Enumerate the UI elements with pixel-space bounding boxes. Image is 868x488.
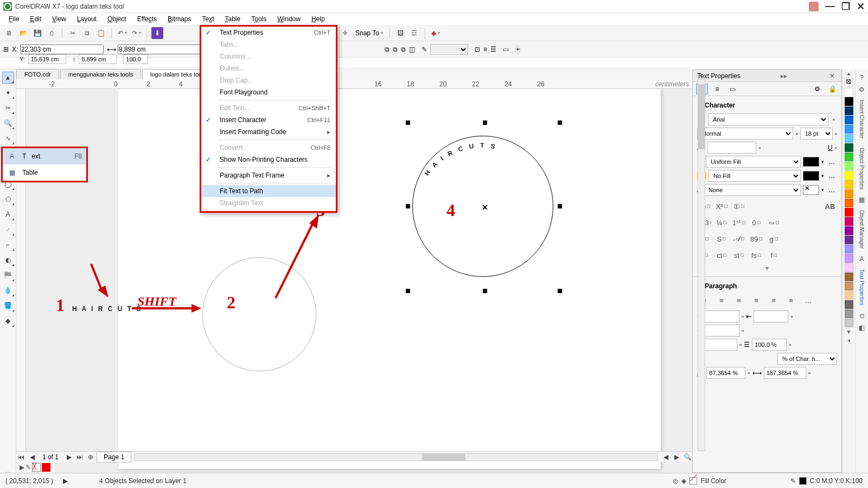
fill-type-select[interactable]: Uniform Fill bbox=[706, 156, 801, 168]
transparency-icon[interactable]: 🏁 bbox=[2, 269, 14, 281]
color-swatch[interactable] bbox=[845, 116, 853, 124]
palette-down-icon[interactable]: ▼ bbox=[845, 328, 853, 336]
size-select[interactable]: 18 pt bbox=[800, 128, 833, 140]
user-badge-icon[interactable] bbox=[809, 2, 819, 11]
menu-file[interactable]: File bbox=[3, 14, 24, 24]
page-tab-1[interactable]: Page 1 bbox=[97, 452, 131, 462]
color-swatch[interactable] bbox=[845, 189, 853, 198]
menu-window[interactable]: Window bbox=[272, 14, 306, 24]
before-space-input[interactable] bbox=[703, 339, 737, 351]
color-swatch[interactable] bbox=[845, 106, 853, 115]
import-icon[interactable]: ⬇ bbox=[151, 27, 163, 39]
underline-icon[interactable]: U bbox=[828, 144, 833, 151]
align-center-icon[interactable]: ≡ bbox=[732, 294, 746, 306]
zero-icon[interactable]: 0 bbox=[749, 217, 763, 229]
sq-icon[interactable]: ▫ bbox=[789, 341, 791, 348]
color-swatch[interactable] bbox=[845, 208, 853, 217]
weight-sq-icon[interactable]: ▫ bbox=[795, 130, 797, 137]
launch-icon[interactable]: ☲ bbox=[409, 27, 420, 39]
chevron-down-icon[interactable]: ▾ bbox=[821, 173, 824, 179]
align-left-icon[interactable]: ≡ bbox=[714, 294, 729, 306]
options-icon[interactable]: 🖼 bbox=[394, 27, 406, 39]
flyout-table-tool[interactable]: ▦ Table bbox=[3, 164, 86, 181]
color-swatch[interactable] bbox=[845, 245, 853, 253]
caps-icon[interactable]: ① bbox=[732, 200, 746, 212]
sel-handle[interactable] bbox=[558, 121, 562, 125]
color-swatch[interactable] bbox=[845, 217, 853, 226]
color-swatch[interactable] bbox=[845, 300, 853, 309]
outline-pen-icon[interactable]: ✎ bbox=[422, 46, 427, 53]
paragraph-header[interactable]: Paragraph bbox=[697, 280, 837, 292]
st-lig-icon[interactable]: st bbox=[732, 249, 746, 261]
menu-object[interactable]: Object bbox=[102, 14, 132, 24]
redo-icon[interactable]: ↷ bbox=[130, 27, 142, 39]
mi-insert-char[interactable]: ✓Insert CharacterCtrl+F11 bbox=[201, 114, 336, 126]
sel-handle[interactable] bbox=[483, 121, 487, 125]
docker-opt-icon[interactable]: ⚙ bbox=[857, 85, 867, 94]
sq-icon[interactable]: ▫ bbox=[748, 369, 750, 377]
new-doc-icon[interactable]: 🗎 bbox=[3, 27, 15, 39]
outline-width-select[interactable] bbox=[430, 44, 468, 55]
docker-icon3[interactable]: ⊙ bbox=[857, 311, 867, 321]
ungroup-icon[interactable]: ⧉ bbox=[393, 46, 398, 53]
combine-icon[interactable]: ◫ bbox=[409, 46, 415, 53]
vertical-scrollbar[interactable] bbox=[698, 79, 705, 451]
sq-icon[interactable]: ▫ bbox=[808, 369, 810, 377]
sel-handle[interactable] bbox=[406, 204, 410, 208]
mi-font-playground[interactable]: Font Playground bbox=[201, 86, 336, 98]
fill-swatch[interactable] bbox=[803, 157, 819, 167]
fill-swatch-icon[interactable] bbox=[690, 477, 697, 485]
doc-swatch-none[interactable]: ╳ bbox=[32, 463, 41, 472]
palette-eyedrop-icon[interactable]: ✎ bbox=[25, 464, 31, 471]
sel-handle[interactable] bbox=[406, 121, 410, 125]
color-swatch[interactable] bbox=[845, 180, 853, 189]
crop-tool-icon[interactable]: ✂ bbox=[2, 102, 14, 114]
para-tab-icon[interactable]: ≡ bbox=[711, 84, 723, 94]
scroll-left-icon[interactable]: ◀ bbox=[661, 453, 671, 461]
menu-view[interactable]: View bbox=[47, 14, 72, 24]
minimize-button[interactable]: — bbox=[825, 1, 835, 12]
f-alt-icon[interactable]: f bbox=[767, 249, 781, 261]
expand-toggle-icon[interactable]: ▾ bbox=[697, 263, 837, 273]
color-swatch[interactable] bbox=[845, 226, 853, 235]
align-justify-icon[interactable]: ≡ bbox=[767, 294, 781, 306]
docker-icon[interactable]: ▦ bbox=[857, 195, 867, 205]
font-select[interactable]: Arial bbox=[708, 113, 828, 125]
superscript-icon[interactable]: X² bbox=[714, 200, 729, 212]
color-swatch[interactable] bbox=[845, 171, 853, 180]
weight-select[interactable]: Normal bbox=[697, 128, 793, 140]
color-swatch[interactable] bbox=[845, 153, 853, 161]
snap-to-dropdown[interactable]: Snap To bbox=[353, 29, 385, 37]
flyout-text-tool[interactable]: A Text F8 bbox=[3, 148, 86, 164]
sq-icon[interactable]: ▫ bbox=[742, 313, 744, 320]
kern-sq-icon[interactable]: ▫ bbox=[758, 144, 761, 151]
color-swatch[interactable] bbox=[845, 97, 853, 106]
palette-play-icon[interactable]: ▶ bbox=[20, 464, 24, 471]
scale-y-input[interactable] bbox=[123, 54, 148, 64]
doc-tab-2[interactable]: menggunakan teks tools bbox=[60, 69, 141, 79]
kerning-input[interactable] bbox=[707, 142, 756, 154]
snap-guide-icon[interactable]: ✛ bbox=[339, 27, 351, 39]
drop-shadow-icon[interactable]: ◐ bbox=[2, 254, 14, 266]
color-harmony-icon[interactable]: ◎ bbox=[673, 477, 678, 485]
sq-icon[interactable]: ▫ bbox=[742, 327, 744, 334]
allcaps-icon[interactable]: AB bbox=[823, 200, 837, 212]
outline-select[interactable]: None bbox=[704, 184, 801, 196]
text-wrap-icon[interactable]: ▭ bbox=[503, 46, 509, 53]
grid-origin-icon[interactable]: ⊞ bbox=[3, 46, 9, 53]
color-swatch[interactable] bbox=[845, 125, 853, 134]
alt-g-icon[interactable]: g bbox=[767, 233, 781, 245]
docker-icon4[interactable]: ◧ bbox=[857, 323, 867, 333]
menu-effects[interactable]: Effects bbox=[132, 14, 162, 24]
color-swatch[interactable] bbox=[845, 291, 853, 300]
color-swatch[interactable] bbox=[845, 309, 853, 318]
x-input[interactable] bbox=[20, 45, 104, 54]
eyedropper-icon[interactable]: 💧 bbox=[2, 284, 14, 296]
size-sq-icon[interactable]: ▫ bbox=[835, 130, 837, 137]
sel-handle[interactable] bbox=[558, 289, 562, 293]
y-input[interactable] bbox=[28, 54, 66, 64]
color-swatch[interactable] bbox=[845, 263, 853, 272]
sel-handle[interactable] bbox=[558, 204, 562, 208]
next-page-icon[interactable]: ▶ bbox=[64, 453, 74, 461]
first-indent-input[interactable] bbox=[705, 325, 739, 337]
